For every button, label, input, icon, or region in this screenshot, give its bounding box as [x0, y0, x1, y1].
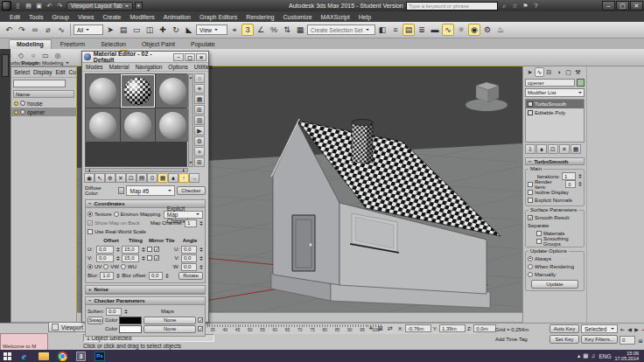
snap-toggle-icon[interactable]: 3 [242, 24, 254, 36]
ribbon-tab[interactable]: Modeling [9, 39, 52, 49]
move-icon[interactable]: ✚ [157, 24, 169, 36]
spinner-icon[interactable] [116, 254, 120, 262]
v-tile-checkbox[interactable] [154, 255, 159, 261]
material-editor-icon[interactable]: ◉ [468, 24, 480, 36]
reset-map-icon[interactable]: ✕ [116, 173, 126, 183]
unlink-icon[interactable]: ⌀ [42, 24, 54, 36]
material-id-channel-icon[interactable]: 0 [147, 173, 158, 183]
backlight-icon[interactable]: ☀ [194, 84, 205, 94]
environ-radio[interactable] [114, 212, 119, 217]
spinner-icon[interactable] [116, 246, 120, 254]
selection-set-field[interactable]: Create Selection Set [307, 24, 375, 35]
auto-key-button[interactable]: Auto Key [550, 324, 579, 333]
spinner-snap-icon[interactable]: ⇅ [281, 24, 293, 36]
max-icon[interactable]: 3 [76, 352, 86, 361]
polygon-modeling-dropdown[interactable]: Polygon Modeling [0, 60, 91, 66]
spinner-icon[interactable] [200, 246, 203, 254]
ribbon-tab[interactable]: Freeform [53, 40, 92, 49]
layer-manager-icon[interactable]: ≣ [416, 24, 428, 36]
update-button[interactable]: Update [531, 280, 578, 289]
modifier-stack-row[interactable]: TurboSmooth [526, 100, 584, 108]
border-tool-icon[interactable]: ○ [28, 50, 38, 60]
go-to-parent-icon[interactable]: ↑ [178, 173, 189, 183]
element-tool-icon[interactable]: ◎ [52, 50, 63, 60]
menu-item[interactable]: Tools [24, 14, 47, 20]
curve-editor-icon[interactable]: ∿ [442, 24, 454, 36]
key-filters-button[interactable]: Key Filters... [581, 335, 618, 344]
dialog-menu-item[interactable]: Utilities [194, 64, 213, 70]
mapping-dropdown[interactable]: Explicit Map Channel [164, 211, 203, 219]
search-input[interactable]: Type a keyword or phrase [406, 2, 498, 10]
volume-icon[interactable]: ♫ [592, 352, 596, 359]
make-preview-icon[interactable]: ▶ [194, 126, 205, 136]
texture-radio[interactable] [88, 212, 93, 217]
options-icon[interactable]: ⚙ [194, 136, 205, 146]
dialog-menu-item[interactable]: Modes [86, 64, 103, 70]
spinner-icon[interactable] [142, 254, 145, 262]
map-channel-field[interactable]: 1 [185, 219, 197, 227]
material-map-navigator-icon[interactable]: ⊞ [194, 157, 205, 167]
set-key-button[interactable]: Set Key [550, 335, 579, 344]
scene-explorer-search-input[interactable] [13, 80, 66, 87]
diffuse-swatch-button[interactable] [118, 187, 125, 194]
language-indicator[interactable]: ENG [598, 353, 611, 359]
modifier-list-dropdown[interactable]: Modifier List [525, 88, 584, 97]
bind-spacewarp-icon[interactable]: ∿ [55, 24, 67, 36]
manually-radio[interactable] [528, 272, 533, 277]
isoline-checkbox[interactable] [528, 190, 533, 195]
real-world-scale-checkbox[interactable] [88, 229, 93, 234]
u-offset-field[interactable]: 0,0 [96, 246, 114, 254]
sample-vertical-scrollbar[interactable] [188, 73, 193, 167]
community-flag-icon[interactable]: ⚑ [521, 1, 530, 10]
sample-type-icon[interactable]: ○ [194, 73, 205, 83]
render-iters-checkbox[interactable] [528, 182, 533, 187]
modifier-toggle-icon[interactable] [528, 101, 533, 107]
menu-item[interactable]: Modifiers [125, 14, 158, 20]
angle-snap-icon[interactable]: ∠ [255, 24, 267, 36]
dialog-menu-item[interactable]: Material [109, 64, 130, 70]
explorer-icon[interactable] [38, 352, 49, 360]
scroll-left-icon[interactable] [87, 169, 90, 172]
maxscript-mini-listener[interactable]: Welcome to M [0, 333, 48, 351]
ie-icon[interactable]: e [18, 351, 30, 361]
v-tiling-field[interactable]: 15,0 [122, 254, 139, 262]
ribbon-toggle-icon[interactable]: ▬ [429, 24, 441, 36]
blur-offset-field[interactable]: 0,0 [149, 272, 163, 280]
object-name-field[interactable]: opener [525, 79, 575, 87]
undo-quick-icon[interactable]: ↶ [45, 1, 54, 10]
u-mirror-checkbox[interactable] [147, 247, 152, 252]
minimize-button[interactable]: – [602, 1, 615, 10]
scene-explorer-menu-item[interactable]: Select [14, 69, 30, 75]
dialog-menu-item[interactable]: Options [168, 64, 187, 70]
dock-tab-handle[interactable] [2, 54, 9, 77]
go-forward-sibling-icon[interactable]: → [189, 173, 200, 183]
u-tile-checkbox[interactable] [154, 247, 159, 252]
menu-item[interactable]: Help [354, 14, 375, 20]
scroll-down-icon[interactable] [189, 162, 192, 165]
maximize-button[interactable]: ▢ [616, 1, 629, 10]
reference-coordinate-dropdown[interactable]: View [196, 24, 228, 35]
sample-tiling-icon[interactable]: ⊞ [194, 105, 205, 115]
render-setup-icon[interactable]: ⚙ [481, 24, 494, 36]
menu-item[interactable]: Edit [5, 14, 24, 20]
redo-quick-icon[interactable]: ↷ [55, 1, 65, 10]
w-angle-field[interactable]: 0,0 [181, 263, 197, 271]
get-material-icon[interactable]: ◉ [84, 173, 94, 183]
dialog-title-bar[interactable]: Material Editor - 02 - Default –▢✕ [82, 52, 208, 63]
configure-modifier-sets-icon[interactable]: ▦ [570, 144, 581, 154]
render-icon[interactable]: ♨ [494, 24, 507, 36]
ribbon-tab[interactable]: Object Paint [135, 40, 182, 49]
uv-radio[interactable] [88, 264, 93, 269]
video-color-check-icon[interactable]: ▥ [194, 115, 205, 125]
u-angle-field[interactable]: 0,0 [181, 246, 197, 254]
mirror-icon[interactable]: ◧ [376, 24, 388, 36]
selection-filter-dropdown[interactable]: All [74, 24, 103, 35]
spinner-icon[interactable] [124, 308, 128, 316]
create-tab-icon[interactable]: ➤ [525, 67, 535, 77]
checker-parameters-header[interactable]: −Checker Parameters [86, 297, 205, 305]
tray-expand-icon[interactable]: ▴ [578, 352, 580, 359]
clear-search-icon[interactable] [66, 80, 74, 87]
offset-mode-icon[interactable]: ⇄ [386, 324, 395, 333]
v-mirror-checkbox[interactable] [147, 255, 152, 261]
map-name-dropdown[interactable]: Map #5 [126, 185, 174, 196]
